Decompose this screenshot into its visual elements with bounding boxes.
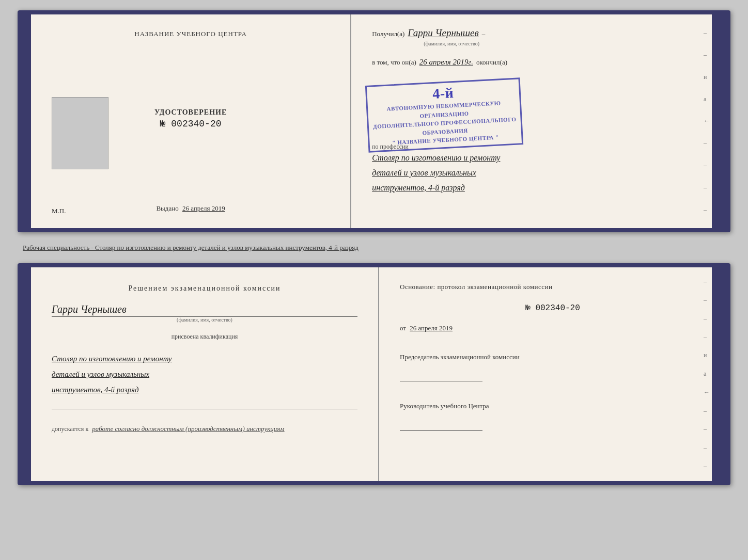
mp-label: М.П. xyxy=(52,207,66,215)
poluchil-label: Получил(а) xyxy=(372,30,404,38)
udost-section: УДОСТОВЕРЕНИЕ № 002340-20 xyxy=(154,108,227,129)
book-spine-left2 xyxy=(22,267,31,481)
chairman-signature-line xyxy=(400,366,482,381)
chairman-title: Председатель экзаменационной комиссии xyxy=(400,352,706,362)
school-name-header: НАЗВАНИЕ УЧЕБНОГО ЦЕНТРА xyxy=(134,30,246,38)
dopuskaetsya-value: работе согласно должностным (производств… xyxy=(92,425,284,433)
udost-title: УДОСТОВЕРЕНИЕ xyxy=(154,108,227,117)
recipient-name: Гарри Чернышев xyxy=(408,27,478,39)
osnov-title: Основание: протокол экзаменационной коми… xyxy=(400,283,706,291)
osnov-number: № 002340-20 xyxy=(400,303,706,313)
profession-line2: деталей и узлов музыкальных xyxy=(372,166,706,181)
name-sub-bottom: (фамилия, имя, отчество) xyxy=(52,317,357,323)
profession-block: Столяр по изготовлению и ремонту деталей… xyxy=(372,151,706,195)
resheniem-title: Решением экзаменационной комиссии xyxy=(52,283,357,294)
profession-block-bottom: Столяр по изготовлению и ремонту деталей… xyxy=(52,351,357,397)
right-dashes: ––иа←–––– xyxy=(704,14,710,228)
dopuskaetsya-section: допускается к работе согласно должностны… xyxy=(52,425,357,433)
ruk-signature-line xyxy=(400,415,482,431)
prof-line1-bottom: Столяр по изготовлению и ремонту xyxy=(52,351,357,366)
bottom-left-page: Решением экзаменационной комиссии Гарри … xyxy=(31,267,379,481)
top-left-page: НАЗВАНИЕ УЧЕБНОГО ЦЕНТРА УДОСТОВЕРЕНИЕ №… xyxy=(31,14,351,228)
stamp-big-number: 4-й xyxy=(432,85,455,102)
prisvоена-label: присвоена квалификация xyxy=(52,333,357,341)
photo-placeholder xyxy=(52,97,108,169)
vydano-line: Выдано 26 апреля 2019 xyxy=(156,204,225,213)
stamp-overlay: 4-й АВТОНОМНУЮ НЕКОММЕРЧЕСКУЮ ОРГАНИЗАЦИ… xyxy=(365,77,523,153)
ot-line: от 26 апреля 2019 xyxy=(400,324,706,332)
prof-line2-bottom: деталей и узлов музыкальных xyxy=(52,366,357,382)
chairman-section: Председатель экзаменационной комиссии xyxy=(400,352,706,382)
vydano-date: 26 апреля 2019 xyxy=(182,204,225,212)
vydano-label: Выдано xyxy=(156,204,178,212)
udost-number: № 002340-20 xyxy=(154,119,227,129)
ruk-title: Руководитель учебного Центра xyxy=(400,401,706,411)
recipient-name-bottom: Гарри Чернышев xyxy=(52,303,357,317)
right-dashes2: ––––иа←–––– xyxy=(704,267,710,481)
vtom-date: 26 апреля 2019г. xyxy=(419,58,473,67)
separator-line xyxy=(52,409,357,409)
profession-line3: инструментов, 4-й разряд xyxy=(372,181,706,196)
prof-line3-bottom: инструментов, 4-й разряд xyxy=(52,382,357,397)
top-right-page: Получил(а) Гарри Чернышев – (фамилия, им… xyxy=(351,14,726,228)
ot-date: 26 апреля 2019 xyxy=(410,324,453,332)
vtom-row: в том, что он(а) 26 апреля 2019г. окончи… xyxy=(372,58,706,67)
profession-line1: Столяр по изготовлению и ремонту xyxy=(372,151,706,166)
ot-label: от xyxy=(400,324,406,332)
bottom-document-book: Решением экзаменационной комиссии Гарри … xyxy=(18,263,730,485)
right-decorative-bar xyxy=(712,14,726,228)
book-spine-left xyxy=(22,14,31,228)
separator-text: Рабочая специальность - Столяр по изгото… xyxy=(18,241,730,255)
top-document-book: НАЗВАНИЕ УЧЕБНОГО ЦЕНТРА УДОСТОВЕРЕНИЕ №… xyxy=(18,10,730,232)
name-section: Гарри Чернышев (фамилия, имя, отчество) xyxy=(52,301,357,323)
ruk-section: Руководитель учебного Центра xyxy=(400,401,706,431)
poluchil-row: Получил(а) Гарри Чернышев – xyxy=(372,27,706,39)
okonchil-label: окончил(а) xyxy=(476,58,507,67)
dopuskaetsya-label: допускается к xyxy=(52,425,88,433)
vtom-label: в том, что он(а) xyxy=(372,58,416,67)
bottom-right-page: Основание: протокол экзаменационной коми… xyxy=(379,267,726,481)
right-decorative-bar2 xyxy=(712,267,726,481)
name-subtitle: (фамилия, имя, отчество) xyxy=(424,41,706,46)
